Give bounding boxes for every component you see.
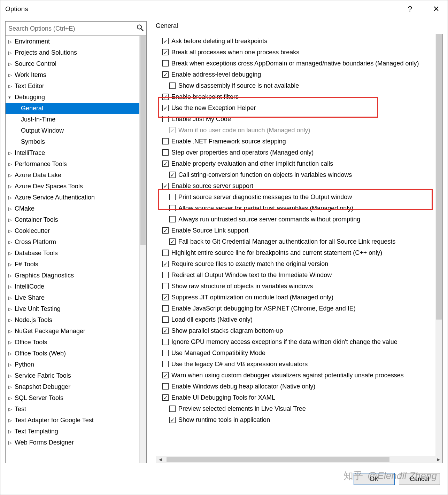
tree-item[interactable]: ▷Source Control (6, 58, 146, 69)
checkbox[interactable] (162, 116, 169, 122)
nav-tree[interactable]: ▷Environment▷Projects and Solutions▷Sour… (6, 36, 146, 463)
tree-item[interactable]: ▷Live Share (6, 292, 146, 303)
tree-item[interactable]: ▷Node.js Tools (6, 314, 146, 325)
checkbox[interactable] (162, 361, 169, 367)
tree-item[interactable]: ▷NuGet Package Manager (6, 325, 146, 337)
tree-item[interactable]: ▷Environment (6, 36, 146, 47)
checkbox[interactable] (169, 82, 176, 89)
checkbox[interactable] (162, 250, 169, 256)
caret-right-icon[interactable]: ▷ (8, 150, 15, 156)
checkbox[interactable] (162, 383, 169, 390)
caret-right-icon[interactable]: ▷ (8, 195, 15, 200)
search-icon[interactable] (137, 24, 144, 33)
caret-right-icon[interactable]: ▷ (8, 39, 15, 44)
tree-item[interactable]: ▷Office Tools (6, 337, 146, 348)
hscroll-right-icon[interactable]: ▶ (434, 456, 442, 463)
checkbox[interactable] (162, 283, 169, 289)
tree-item[interactable]: Symbols (6, 136, 146, 147)
tree-item[interactable]: ▷Service Fabric Tools (6, 370, 146, 381)
checkbox[interactable] (169, 417, 176, 423)
tree-item[interactable]: ▷Text Templating (6, 426, 146, 437)
checkbox[interactable] (162, 38, 169, 44)
help-icon[interactable]: ? (397, 5, 423, 14)
tree-item[interactable]: ▷Python (6, 359, 146, 370)
search-input[interactable] (6, 22, 146, 36)
checkbox[interactable] (162, 227, 169, 234)
caret-right-icon[interactable]: ▷ (8, 295, 15, 300)
tree-scrollbar-thumb[interactable] (140, 36, 146, 245)
tree-item[interactable]: ▷Web Forms Designer (6, 437, 146, 448)
caret-right-icon[interactable]: ▷ (8, 72, 15, 78)
caret-right-icon[interactable]: ▷ (8, 395, 15, 401)
tree-item[interactable]: ▷Text Editor (6, 80, 146, 92)
checkbox[interactable] (162, 372, 169, 378)
hscroll-left-icon[interactable]: ◀ (156, 456, 164, 463)
checkbox[interactable] (162, 316, 169, 323)
tree-item[interactable]: ▷Cookiecutter (6, 225, 146, 236)
checkbox[interactable] (169, 406, 176, 412)
checkbox[interactable] (162, 183, 169, 189)
caret-right-icon[interactable]: ▷ (8, 429, 15, 434)
tree-item[interactable]: ▾Debugging (6, 92, 146, 103)
checkbox[interactable] (162, 160, 169, 167)
caret-right-icon[interactable]: ▷ (8, 329, 15, 334)
tree-item[interactable]: ▷Azure Service Authentication (6, 192, 146, 203)
caret-right-icon[interactable]: ▷ (8, 217, 15, 222)
caret-right-icon[interactable]: ▷ (8, 251, 15, 256)
checkbox[interactable] (162, 60, 169, 66)
caret-right-icon[interactable]: ▷ (8, 50, 15, 55)
tree-item[interactable]: ▷Graphics Diagnostics (6, 270, 146, 281)
options-vscrollbar-thumb[interactable] (436, 34, 442, 320)
tree-item[interactable]: ▷F# Tools (6, 259, 146, 270)
caret-right-icon[interactable]: ▷ (8, 351, 15, 356)
caret-right-icon[interactable]: ▷ (8, 273, 15, 278)
tree-item[interactable]: ▷Performance Tools (6, 158, 146, 170)
caret-right-icon[interactable]: ▷ (8, 407, 15, 412)
caret-right-icon[interactable]: ▷ (8, 317, 15, 323)
options-hscrollbar-thumb[interactable] (167, 457, 389, 462)
tree-item[interactable]: ▷Database Tools (6, 248, 146, 259)
caret-right-icon[interactable]: ▷ (8, 306, 15, 312)
tree-item[interactable]: ▷Office Tools (Web) (6, 348, 146, 359)
checkbox[interactable] (169, 205, 176, 211)
caret-right-icon[interactable]: ▷ (8, 61, 15, 66)
caret-right-icon[interactable]: ▷ (8, 162, 15, 167)
caret-right-icon[interactable]: ▷ (8, 440, 15, 445)
caret-right-icon[interactable]: ▷ (8, 228, 15, 234)
tree-item[interactable]: ▷Projects and Solutions (6, 47, 146, 58)
tree-item[interactable]: ▷IntelliCode (6, 281, 146, 292)
checkbox[interactable] (162, 71, 169, 78)
caret-right-icon[interactable]: ▷ (8, 284, 15, 289)
tree-item[interactable]: ▷Work Items (6, 69, 146, 80)
checkbox[interactable] (162, 339, 169, 345)
checkbox[interactable] (162, 261, 169, 267)
checkbox[interactable] (169, 238, 176, 245)
tree-item[interactable]: ▷Cross Platform (6, 236, 146, 248)
checkbox[interactable] (162, 49, 169, 55)
caret-right-icon[interactable]: ▷ (8, 418, 15, 423)
ok-button[interactable]: OK (354, 473, 395, 485)
tree-item[interactable]: Just-In-Time (6, 114, 146, 125)
caret-down-icon[interactable]: ▾ (8, 95, 15, 100)
checkbox[interactable] (162, 328, 169, 334)
checkbox[interactable] (169, 172, 176, 178)
checkbox[interactable] (169, 194, 176, 200)
tree-item[interactable]: ▷CMake (6, 203, 146, 214)
caret-right-icon[interactable]: ▷ (8, 239, 15, 245)
options-hscrollbar[interactable]: ◀ ▶ (156, 456, 442, 463)
checkbox[interactable] (162, 350, 169, 356)
checkbox[interactable] (162, 94, 169, 100)
tree-item[interactable]: ▷Live Unit Testing (6, 303, 146, 314)
caret-right-icon[interactable]: ▷ (8, 206, 15, 211)
caret-right-icon[interactable]: ▷ (8, 173, 15, 178)
checkbox[interactable] (162, 394, 169, 401)
tree-item[interactable]: ▷Snapshot Debugger (6, 381, 146, 392)
checkbox[interactable] (162, 149, 169, 156)
checkbox[interactable] (162, 105, 169, 111)
checkbox[interactable] (162, 294, 169, 300)
caret-right-icon[interactable]: ▷ (8, 373, 15, 378)
checkbox[interactable] (162, 138, 169, 144)
tree-item[interactable]: ▷SQL Server Tools (6, 392, 146, 403)
options-vscrollbar[interactable] (435, 34, 442, 456)
caret-right-icon[interactable]: ▷ (8, 84, 15, 89)
